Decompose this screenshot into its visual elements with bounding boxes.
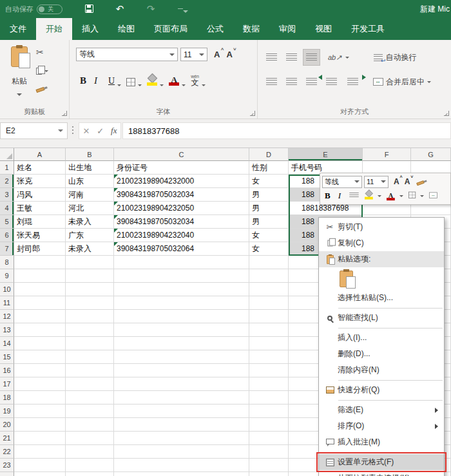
row-header-9[interactable]: 9	[0, 269, 14, 283]
cell-B4[interactable]: 河北	[66, 202, 114, 215]
cell-C11[interactable]	[114, 296, 249, 310]
cell-A4[interactable]: 王敏	[14, 202, 66, 215]
cell-D18[interactable]	[249, 391, 289, 405]
cell-B12[interactable]	[66, 310, 114, 323]
cell-C17[interactable]	[114, 377, 249, 391]
cell-B22[interactable]	[66, 445, 114, 459]
cell-C4[interactable]: 210023198904232050	[114, 202, 249, 215]
column-header-G[interactable]: G	[411, 148, 451, 161]
cell-A10[interactable]	[14, 283, 66, 296]
cell-A6[interactable]: 张天易	[14, 229, 66, 242]
cell-D17[interactable]	[249, 377, 289, 391]
menu-item-插入批注[interactable]: 插入批注(M)	[319, 434, 444, 450]
cell-A11[interactable]	[14, 296, 66, 310]
wrap-text-button[interactable]: 自动换行	[374, 52, 416, 63]
column-header-D[interactable]: D	[249, 148, 289, 161]
undo-button[interactable]: ↶	[111, 3, 128, 15]
cell-B24[interactable]	[66, 472, 114, 476]
cell-B23[interactable]	[66, 459, 114, 472]
column-header-F[interactable]: F	[363, 148, 411, 161]
cell-D7[interactable]: 女	[249, 242, 289, 256]
column-header-E[interactable]: E	[289, 148, 363, 161]
cell-C23[interactable]	[114, 459, 249, 472]
align-top-button[interactable]	[263, 49, 280, 66]
cell-D21[interactable]	[249, 432, 289, 445]
cell-C8[interactable]	[114, 256, 249, 269]
cell-D12[interactable]	[249, 310, 289, 323]
italic-button[interactable]: I	[94, 72, 103, 86]
menu-item-删除[interactable]: 删除(D)...	[319, 346, 444, 362]
insert-function-icon[interactable]: fx	[111, 126, 117, 136]
menu-item-剪切[interactable]: ✂剪切(T)	[319, 219, 444, 235]
cell-C9[interactable]	[114, 269, 249, 283]
cell-B17[interactable]	[66, 377, 114, 391]
row-header-5[interactable]: 5	[0, 215, 14, 229]
tab-insert[interactable]: 插入	[72, 18, 108, 40]
select-all-corner[interactable]	[0, 148, 14, 161]
tab-view[interactable]: 视图	[305, 18, 341, 40]
cell-D6[interactable]: 女	[249, 229, 289, 242]
row-header-22[interactable]: 22	[0, 445, 14, 459]
cell-D1[interactable]: 性别	[249, 161, 289, 175]
cell-D9[interactable]	[249, 269, 289, 283]
cell-B19[interactable]	[66, 405, 114, 418]
cell-A21[interactable]	[14, 432, 66, 445]
autosave-toggle[interactable]: 自动保存 关	[5, 5, 62, 14]
menu-item-粘贴选项:[interactable]: 粘贴选项:	[319, 251, 444, 267]
menu-item-快速分析[interactable]: 快速分析(Q)	[319, 382, 444, 398]
cancel-icon[interactable]: ✕	[82, 126, 90, 136]
row-header-2[interactable]: 2	[0, 175, 14, 188]
mini-font-color-button[interactable]: A	[387, 191, 395, 201]
borders-button[interactable]	[126, 72, 142, 86]
cell-B16[interactable]	[66, 364, 114, 377]
cell-C2[interactable]: 210023198904232000	[114, 175, 249, 188]
tab-data[interactable]: 数据	[233, 18, 269, 40]
cell-D4[interactable]: 男	[249, 202, 289, 215]
dialog-launcher-icon[interactable]	[444, 111, 449, 116]
cell-D10[interactable]	[249, 283, 289, 296]
cell-C13[interactable]	[114, 323, 249, 337]
cell-B13[interactable]	[66, 323, 114, 337]
font-color-button[interactable]: A	[169, 72, 186, 86]
cell-D13[interactable]	[249, 323, 289, 337]
cell-C18[interactable]	[114, 391, 249, 405]
row-header-14[interactable]: 14	[0, 337, 14, 350]
menu-item-从下拉列表中选择[interactable]: 从下拉列表中选择(K)...	[319, 470, 444, 476]
row-header-6[interactable]: 6	[0, 229, 14, 242]
column-header-A[interactable]: A	[14, 148, 66, 161]
row-header-17[interactable]: 17	[0, 377, 14, 391]
menu-item-复制[interactable]: 复制(C)	[319, 235, 444, 251]
cell-D24[interactable]	[249, 472, 289, 476]
row-header-20[interactable]: 20	[0, 418, 14, 432]
cell-D3[interactable]: 男	[249, 188, 289, 202]
row-header-12[interactable]: 12	[0, 310, 14, 323]
mini-font-size-select[interactable]: 11	[364, 176, 389, 188]
menu-item-插入[interactable]: 插入(I)...	[319, 330, 444, 346]
cell-D5[interactable]: 男	[249, 215, 289, 229]
enter-icon[interactable]: ✓	[97, 126, 104, 136]
cell-A22[interactable]	[14, 445, 66, 459]
cell-C21[interactable]	[114, 432, 249, 445]
cell-A24[interactable]	[14, 472, 66, 476]
phonetic-button[interactable]: wén文	[191, 72, 206, 86]
cell-B6[interactable]: 广东	[66, 229, 114, 242]
menu-item-选择性粘贴[interactable]: 选择性粘贴(S)...	[319, 290, 444, 306]
align-bottom-button[interactable]	[303, 49, 320, 66]
cell-A2[interactable]: 张克	[14, 175, 66, 188]
cell-D2[interactable]: 女	[249, 175, 289, 188]
mini-italic-button[interactable]: I	[338, 191, 341, 201]
merge-center-button[interactable]: 合并后居中	[373, 77, 431, 88]
cell-B2[interactable]: 山东	[66, 175, 114, 188]
cell-A16[interactable]	[14, 364, 66, 377]
cell-D19[interactable]	[249, 405, 289, 418]
cell-A18[interactable]	[14, 391, 66, 405]
cell-C10[interactable]	[114, 283, 249, 296]
row-header-4[interactable]: 4	[0, 202, 14, 215]
cell-B20[interactable]	[66, 418, 114, 432]
orientation-button[interactable]: ab↗	[328, 53, 341, 62]
increase-font-button[interactable]: A˄	[214, 50, 220, 59]
row-header-10[interactable]: 10	[0, 283, 14, 296]
mini-font-name-select[interactable]: 等线	[322, 176, 362, 188]
row-header-15[interactable]: 15	[0, 350, 14, 364]
cell-D11[interactable]	[249, 296, 289, 310]
